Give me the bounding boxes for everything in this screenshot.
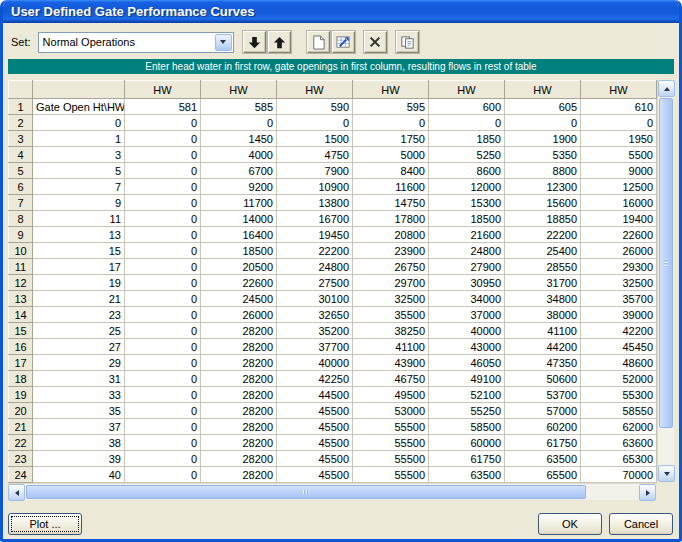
grid-cell[interactable]: 5000 <box>353 147 429 163</box>
row-number[interactable]: 14 <box>9 307 33 323</box>
scroll-down-button[interactable] <box>658 465 675 482</box>
grid-cell[interactable]: 15300 <box>429 195 505 211</box>
grid-cell[interactable]: 57000 <box>505 403 581 419</box>
grid-cell[interactable]: 28200 <box>201 451 277 467</box>
grid-cell[interactable]: 22200 <box>277 243 353 259</box>
grid-cell[interactable]: 23900 <box>353 243 429 259</box>
grid-cell[interactable]: 17800 <box>353 211 429 227</box>
grid-cell[interactable]: 40000 <box>277 355 353 371</box>
grid-cell[interactable]: 28200 <box>201 355 277 371</box>
grid-cell[interactable]: 47350 <box>505 355 581 371</box>
grid-cell[interactable]: Gate Open Ht\HW <box>33 99 125 115</box>
row-number[interactable]: 6 <box>9 179 33 195</box>
grid-cell[interactable]: 0 <box>125 307 201 323</box>
grid-cell[interactable]: 1450 <box>201 131 277 147</box>
grid-cell[interactable]: 63600 <box>581 435 657 451</box>
grid-cell[interactable]: 8600 <box>429 163 505 179</box>
grid-cell[interactable]: 65500 <box>505 467 581 483</box>
grid-cell[interactable]: 4750 <box>277 147 353 163</box>
grid-cell[interactable]: 32650 <box>277 307 353 323</box>
grid-cell[interactable]: 8400 <box>353 163 429 179</box>
grid-cell[interactable]: 6700 <box>201 163 277 179</box>
grid-cell[interactable]: 16000 <box>581 195 657 211</box>
grid-cell[interactable]: 26000 <box>581 243 657 259</box>
grid-cell[interactable]: 50600 <box>505 371 581 387</box>
grid-cell[interactable]: 0 <box>201 115 277 131</box>
grid-cell[interactable]: 1750 <box>353 131 429 147</box>
grid-cell[interactable]: 41100 <box>505 323 581 339</box>
grid-cell[interactable]: 40000 <box>429 323 505 339</box>
grid-cell[interactable]: 13800 <box>277 195 353 211</box>
grid-cell[interactable]: 23 <box>33 307 125 323</box>
row-number[interactable]: 5 <box>9 163 33 179</box>
grid-cell[interactable]: 61750 <box>429 451 505 467</box>
grid-cell[interactable]: 18500 <box>201 243 277 259</box>
grid-cell[interactable]: 24800 <box>429 243 505 259</box>
grid-cell[interactable]: 0 <box>125 355 201 371</box>
row-number[interactable]: 2 <box>9 115 33 131</box>
grid-cell[interactable]: 0 <box>581 115 657 131</box>
grid-cell[interactable]: 49500 <box>353 387 429 403</box>
grid-cell[interactable]: 65300 <box>581 451 657 467</box>
row-number[interactable]: 22 <box>9 435 33 451</box>
cancel-button[interactable]: Cancel <box>609 513 673 535</box>
scroll-right-button[interactable] <box>639 484 656 501</box>
grid-cell[interactable]: 15 <box>33 243 125 259</box>
grid-cell[interactable]: 600 <box>429 99 505 115</box>
grid-cell[interactable]: 12000 <box>429 179 505 195</box>
grid-cell[interactable]: 0 <box>505 115 581 131</box>
grid-cell[interactable]: 30950 <box>429 275 505 291</box>
grid-cell[interactable]: 26750 <box>353 259 429 275</box>
grid-cell[interactable]: 34000 <box>429 291 505 307</box>
grid-cell[interactable]: 0 <box>125 163 201 179</box>
row-number[interactable]: 24 <box>9 467 33 483</box>
row-number[interactable]: 12 <box>9 275 33 291</box>
grid-cell[interactable]: 53700 <box>505 387 581 403</box>
grid-cell[interactable]: 55500 <box>353 451 429 467</box>
grid-cell[interactable]: 48600 <box>581 355 657 371</box>
grid-cell[interactable]: 60000 <box>429 435 505 451</box>
grid-cell[interactable]: 46050 <box>429 355 505 371</box>
grid-cell[interactable]: 0 <box>125 291 201 307</box>
grid-cell[interactable]: 41100 <box>353 339 429 355</box>
grid-cell[interactable]: 26000 <box>201 307 277 323</box>
row-number[interactable]: 18 <box>9 371 33 387</box>
grid-cell[interactable]: 0 <box>125 259 201 275</box>
grid-cell[interactable]: 28200 <box>201 435 277 451</box>
horizontal-scroll-thumb[interactable] <box>26 485 586 499</box>
grid-cell[interactable]: 18500 <box>429 211 505 227</box>
grid-cell[interactable]: 14750 <box>353 195 429 211</box>
grid-cell[interactable]: 21 <box>33 291 125 307</box>
grid-cell[interactable]: 3 <box>33 147 125 163</box>
grid-cell[interactable]: 38250 <box>353 323 429 339</box>
row-number[interactable]: 21 <box>9 419 33 435</box>
row-number[interactable]: 15 <box>9 323 33 339</box>
grid-cell[interactable]: 5 <box>33 163 125 179</box>
grid-cell[interactable]: 32500 <box>353 291 429 307</box>
grid-cell[interactable]: 7900 <box>277 163 353 179</box>
row-number[interactable]: 23 <box>9 451 33 467</box>
grid-cell[interactable]: 55500 <box>353 419 429 435</box>
grid-cell[interactable]: 0 <box>429 115 505 131</box>
title-bar[interactable]: User Defined Gate Performance Curves <box>3 0 679 23</box>
grid-cell[interactable]: 11600 <box>353 179 429 195</box>
grid-cell[interactable]: 581 <box>125 99 201 115</box>
grid-cell[interactable]: 63500 <box>429 467 505 483</box>
grid-cell[interactable]: 11700 <box>201 195 277 211</box>
plot-button[interactable]: Plot ... <box>8 513 82 535</box>
grid-cell[interactable]: 29 <box>33 355 125 371</box>
grid-cell[interactable]: 20500 <box>201 259 277 275</box>
grid-cell[interactable]: 45500 <box>277 403 353 419</box>
grid-cell[interactable]: 45500 <box>277 467 353 483</box>
grid-cell[interactable]: 12500 <box>581 179 657 195</box>
copy-button[interactable] <box>396 31 419 53</box>
grid-cell[interactable]: 58550 <box>581 403 657 419</box>
grid-cell[interactable]: 605 <box>505 99 581 115</box>
grid-cell[interactable]: 0 <box>125 243 201 259</box>
grid-cell[interactable]: 27900 <box>429 259 505 275</box>
grid-cell[interactable]: 12300 <box>505 179 581 195</box>
horizontal-scrollbar[interactable] <box>8 483 656 500</box>
grid-cell[interactable]: 45450 <box>581 339 657 355</box>
grid-cell[interactable]: 19400 <box>581 211 657 227</box>
grid-cell[interactable]: 28200 <box>201 371 277 387</box>
